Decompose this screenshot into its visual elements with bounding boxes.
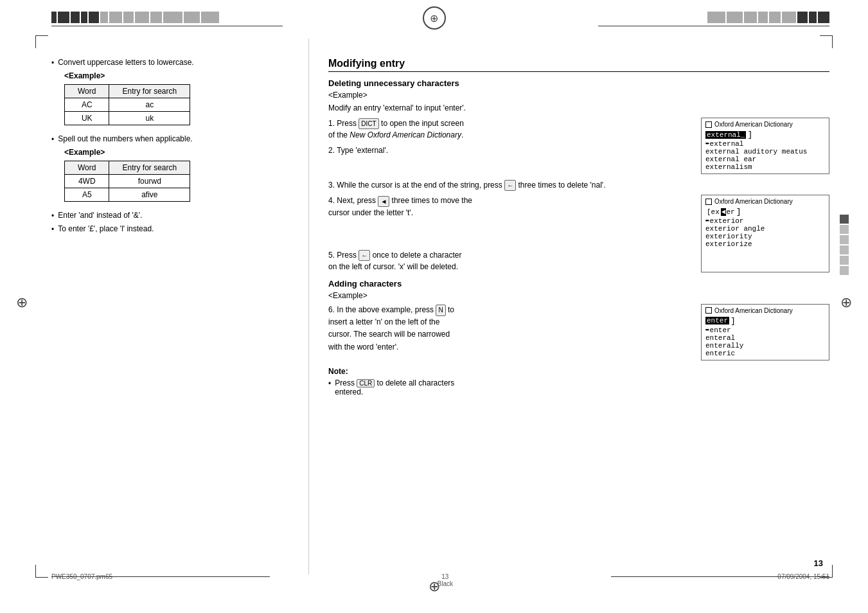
key-backspace-3: ← [504,180,516,191]
key-backspace-5: ← [359,250,370,261]
dict-box-2: Oxford American Dictionary [ex◄er ] ➨ext… [701,195,829,272]
dict-title-text-3: Oxford American Dictionary [714,307,793,314]
dict-arrow-word: ➨external [705,139,825,148]
dict-word-7: enteral [705,334,825,342]
dict-cursor-char: ◄ [721,208,727,216]
dict-title-text-2: Oxford American Dictionary [714,198,793,205]
table-cell: A5 [65,188,109,202]
table-row: A5 afive [65,188,190,202]
dict-bracket-right-3: ] [731,316,736,326]
dict-cursor-word-3: enter [705,317,729,324]
dict-checkbox-2 [705,199,712,205]
key-left-arrow: ◄ [378,196,389,207]
dict-word-3: externalism [705,163,825,171]
steps-4-5-text: 4. Next, press ◄ three times to move the… [328,195,695,272]
col-header-word: Word [65,161,109,175]
example-label-2: <Example> [64,148,289,157]
table-cell: uk [109,112,190,125]
dict-word-8: enterally [705,342,825,350]
bottom-line-right [611,576,829,577]
note-label: Note: [328,367,829,376]
dict-box-1-content: external_ ] ➨external external auditory … [705,130,825,171]
step-1-number: 1. Press [328,119,359,128]
table-cell: ac [109,98,190,112]
dict-cursor-line: external_ ] [705,130,825,139]
example-label-1: <Example> [64,71,289,80]
dict-box-3: Oxford American Dictionary enter ] ➨ente… [701,304,829,360]
page-number: 13 [814,558,823,568]
dict-title-text: Oxford American Dictionary [714,121,793,128]
bullet-dot: • [51,211,54,220]
dict-box-1-title: Oxford American Dictionary [705,121,825,128]
right-column: Modifying entry Deleting unnecessary cha… [309,0,868,613]
footer-page: 13 [441,573,448,580]
step-2: 2. Type 'external'. [328,145,695,156]
table-2: Word Entry for search 4WD fourwd A5 afiv… [64,161,190,202]
bullet-section-1: • Convert uppercase letters to lowercase… [51,58,289,125]
dict-cursor-line-2: [ex◄er ] [705,207,825,217]
bullet-dot: • [328,379,331,388]
footer-center: 13 Black [437,573,452,587]
bullet-text-1: Convert uppercase letters to lowercase. [58,58,193,67]
footer-date: 07/09/2004, 15:51 [777,573,829,587]
example-label-add: <Example> [328,291,829,300]
dict-cursor-word-2: [ex [705,208,721,216]
dict-box-1: Oxford American Dictionary external_ ] ➨… [701,118,829,174]
dict-word-6: exteriorize [705,240,825,248]
step-6-container: 6. In the above example, press N toinser… [328,304,829,360]
dict-bracket-right: ] [747,130,752,139]
dict-box-3-title: Oxford American Dictionary [705,307,825,314]
dict-box-3-content: enter ] ➨enter enteral enterally enteric [705,316,825,357]
footer: PWE350_0707.pm65 13 Black 07/09/2004, 15… [51,573,829,587]
step-3: 3. While the cursor is at the end of the… [328,179,829,191]
table-row: 4WD fourwd [65,175,190,188]
step-2-text: Type 'external'. [337,146,388,155]
table-cell: 4WD [65,175,109,188]
dict-cursor-line-3: enter ] [705,316,825,326]
note-bullet: • Press CLR to delete all charactersente… [328,378,829,396]
intro-text: Modify an entry 'external' to input 'ent… [328,102,829,114]
example-label-del: <Example> [328,91,829,100]
dict-word-4: exterior angle [705,225,825,233]
section-adding: Adding characters <Example> 6. In the ab… [328,279,829,396]
main-title: Modifying entry [328,58,829,72]
table-cell: fourwd [109,175,190,188]
dict-box-2-title: Oxford American Dictionary [705,198,825,205]
step-6: 6. In the above example, press N toinser… [328,304,695,353]
table-row: UK uk [65,112,190,125]
bullet-item-3: • Enter 'and' instead of '&'. [51,211,289,220]
bullet-item-4: • To enter '£', place 'l' instead. [51,224,289,234]
bullet-text-4: To enter '£', place 'l' instead. [58,224,154,233]
note-text: Press CLR to delete all charactersentere… [335,378,454,396]
dict-word-5: exteriority [705,233,825,240]
dict-bracket-right-2: ] [736,207,741,217]
bullet-text-2: Spell out the numbers when applicable. [58,134,192,143]
steps-4-5-container: 4. Next, press ◄ three times to move the… [328,195,829,272]
key-n: N [436,305,445,316]
bullet-dot: • [51,58,54,67]
footer-color: Black [437,580,452,587]
bullet-item-1: • Convert uppercase letters to lowercase… [51,58,289,67]
table-cell: AC [65,98,109,112]
dict-word-1: external auditory meatus [705,148,825,155]
dict-checkbox [705,121,712,128]
step-2-number: 2. [328,146,337,155]
steps-1-2-container: 1. Press DICT to open the input screenof… [328,118,829,174]
table-row: AC ac [65,98,190,112]
bullet-item-2: • Spell out the numbers when applicable. [51,134,289,144]
table-1: Word Entry for search AC ac UK uk [64,84,190,125]
dict-cursor-word: external_ [705,131,746,139]
key-dict: DICT [359,118,378,129]
steps-1-2-text: 1. Press DICT to open the input screenof… [328,118,695,174]
dict-box-2-content: [ex◄er ] ➨exterior exterior angle exteri… [705,207,825,248]
bullet-dot: • [51,225,54,234]
note-section: Note: • Press CLR to delete all characte… [328,367,829,396]
dict-checkbox-3 [705,307,712,314]
footer-filename: PWE350_0707.pm65 [51,573,112,587]
sub-title-adding: Adding characters [328,279,829,289]
key-clr: CLR [357,379,375,387]
left-column: • Convert uppercase letters to lowercase… [0,0,308,613]
table-cell: UK [65,112,109,125]
sub-title-deleting: Deleting unnecessary characters [328,78,829,88]
step-4: 4. Next, press ◄ three times to move the… [328,195,695,218]
